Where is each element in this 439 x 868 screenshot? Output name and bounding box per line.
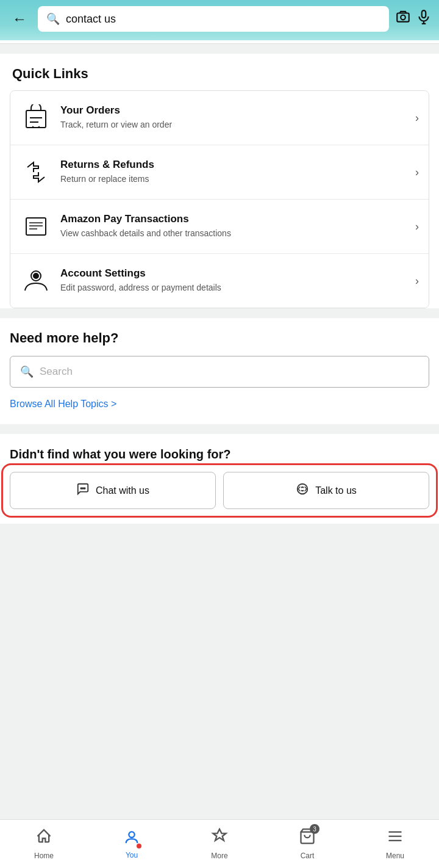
nav-cart[interactable]: 3 Cart: [263, 820, 351, 868]
pay-icon: [20, 211, 52, 242]
account-item[interactable]: Account Settings Edit password, address …: [10, 254, 429, 308]
orders-icon: [20, 102, 52, 134]
nav-home[interactable]: Home: [0, 820, 88, 868]
nav-more[interactable]: More: [176, 820, 263, 868]
pay-item[interactable]: Amazon Pay Transactions View cashback de…: [10, 200, 429, 254]
orders-text: Your Orders Track, return or view an ord…: [60, 104, 410, 131]
returns-text: Returns & Refunds Return or replace item…: [60, 159, 410, 186]
pay-title: Amazon Pay Transactions: [60, 213, 410, 225]
returns-icon: [20, 156, 52, 188]
cart-badge-count: 3: [310, 824, 319, 834]
you-label: You: [126, 851, 138, 859]
nav-you[interactable]: You: [88, 820, 176, 868]
pay-text: Amazon Pay Transactions View cashback de…: [60, 213, 410, 240]
orders-subtitle: Track, return or view an order: [60, 119, 410, 131]
more-icon: [211, 828, 228, 849]
help-title: Need more help?: [10, 330, 429, 346]
menu-icon: [387, 828, 404, 849]
scroll-hint: [0, 40, 439, 44]
search-input[interactable]: [66, 13, 380, 26]
account-title: Account Settings: [60, 267, 410, 280]
svg-rect-0: [397, 13, 409, 22]
cart-label: Cart: [301, 852, 315, 860]
help-search-placeholder: Search: [40, 366, 73, 378]
quick-links-card: Your Orders Track, return or view an ord…: [10, 90, 429, 308]
didnt-find-section: Didn't find what you were looking for? C…: [0, 434, 439, 524]
quick-links-section: Quick Links Your Orders Track, return or…: [0, 54, 439, 308]
search-bar[interactable]: 🔍: [38, 6, 389, 32]
mic-icon[interactable]: [416, 9, 432, 29]
returns-item[interactable]: Returns & Refunds Return or replace item…: [10, 145, 429, 200]
menu-label: Menu: [386, 852, 404, 860]
home-icon: [35, 828, 52, 849]
account-chevron: ›: [415, 275, 419, 288]
talk-button[interactable]: Talk to us: [223, 472, 429, 509]
returns-subtitle: Return or replace items: [60, 173, 410, 186]
didnt-find-title: Didn't find what you were looking for?: [10, 446, 429, 462]
help-search-icon: 🔍: [20, 365, 34, 378]
home-label: Home: [34, 852, 54, 860]
header: ← 🔍: [0, 0, 439, 40]
returns-title: Returns & Refunds: [60, 159, 410, 171]
svg-point-11: [34, 273, 38, 278]
quick-links-title: Quick Links: [0, 54, 439, 90]
search-icon: 🔍: [46, 12, 60, 26]
svg-rect-2: [422, 10, 426, 18]
you-icon-wrap: [123, 829, 140, 848]
talk-label: Talk to us: [315, 485, 357, 496]
help-search-box[interactable]: 🔍 Search: [10, 356, 429, 388]
pay-subtitle: View cashback details and other transact…: [60, 228, 410, 240]
returns-chevron: ›: [415, 166, 419, 179]
nav-menu[interactable]: Menu: [351, 820, 439, 868]
svg-point-1: [401, 15, 405, 20]
cart-icon: 3: [299, 828, 316, 849]
main-content: Quick Links Your Orders Track, return or…: [0, 54, 439, 573]
svg-point-14: [84, 488, 85, 489]
orders-title: Your Orders: [60, 104, 410, 117]
notification-dot: [137, 844, 141, 848]
svg-point-12: [80, 488, 82, 489]
account-icon: [20, 265, 52, 297]
svg-rect-5: [26, 110, 46, 128]
orders-chevron: ›: [415, 112, 419, 125]
help-section: Need more help? 🔍 Search Browse All Help…: [0, 318, 439, 424]
contact-buttons: Chat with us Talk to us: [10, 472, 429, 509]
pay-chevron: ›: [415, 220, 419, 233]
chat-button[interactable]: Chat with us: [10, 472, 216, 509]
chat-icon: [76, 482, 90, 499]
chat-label: Chat with us: [96, 485, 149, 496]
bottom-nav: Home You More: [0, 819, 439, 868]
account-subtitle: Edit password, address or payment detail…: [60, 282, 410, 294]
svg-point-16: [129, 831, 134, 837]
back-button[interactable]: ←: [7, 8, 32, 30]
phone-icon: [296, 482, 309, 499]
browse-all-link[interactable]: Browse All Help Topics >: [10, 399, 116, 410]
more-label: More: [211, 852, 227, 860]
account-text: Account Settings Edit password, address …: [60, 267, 410, 294]
your-orders-item[interactable]: Your Orders Track, return or view an ord…: [10, 91, 429, 145]
header-icons: [395, 9, 432, 29]
svg-rect-6: [26, 218, 46, 235]
svg-point-13: [82, 488, 84, 489]
camera-icon[interactable]: [395, 9, 411, 29]
